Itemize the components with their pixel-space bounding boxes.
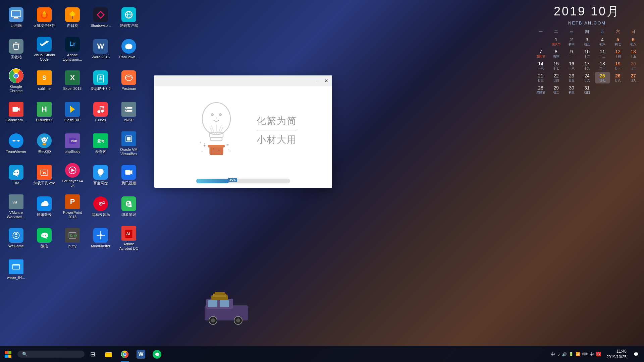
desktop-icon-xiangri[interactable]: 向日葵	[59, 3, 86, 33]
desktop-icon-teamviewer[interactable]: TeamViewer	[3, 129, 30, 159]
cal-day-14[interactable]: 14十六	[533, 60, 548, 71]
desktop-icon-tencent-video[interactable]: 腾讯视频	[115, 160, 142, 190]
desktop-icon-bandicam[interactable]: Bandicam...	[3, 97, 30, 127]
desktop-icon-oracle[interactable]: Oracle VM VirtualBox	[115, 129, 142, 159]
cal-day-13[interactable]: 13十五	[626, 48, 641, 59]
desktop-icon-tim[interactable]: TIM	[3, 160, 30, 190]
desktop-icon-postman[interactable]: Postman	[115, 66, 142, 96]
cal-day-18[interactable]: 18二十	[595, 60, 610, 71]
cal-day-26[interactable]: 26廿八	[610, 72, 625, 83]
cal-day-19[interactable]: 19廿一	[610, 60, 625, 71]
taskbar-taskview-button[interactable]: ⊟	[85, 346, 101, 362]
svg-point-81	[13, 232, 19, 239]
cal-day-22[interactable]: 22廿四	[549, 72, 564, 83]
desktop-icon-uninstall[interactable]: 卸载工具.exe	[31, 160, 58, 190]
svg-rect-130	[105, 352, 112, 357]
cal-day-5[interactable]: 5初七	[610, 36, 625, 47]
cal-day-31[interactable]: 31初四	[580, 84, 594, 96]
cal-day-11[interactable]: 11十三	[595, 48, 610, 59]
desktop-icon-shadow[interactable]: Shadowso...	[87, 3, 114, 33]
dialog-close-button[interactable]: ✕	[322, 76, 331, 85]
desktop-icon-vmware[interactable]: VM VMware Workstati...	[3, 192, 30, 222]
desktop-icon-flashfxp[interactable]: FlashFXP	[59, 97, 86, 127]
cal-day-29[interactable]: 29初二	[549, 84, 564, 96]
desktop-icon-qq[interactable]: 腾讯QQ	[31, 129, 58, 159]
desktop-icon-pc[interactable]: 此电脑	[3, 3, 30, 33]
desktop-icon-putty[interactable]: C:\> putty	[59, 223, 86, 253]
cal-day-28[interactable]: 28霜降节	[533, 84, 548, 96]
cal-day-7[interactable]: 7重阳节	[533, 48, 548, 59]
desktop-icon-word2013[interactable]: W Word 2013	[87, 34, 114, 64]
tray-language-icon[interactable]: 中	[590, 351, 594, 357]
dialog-minimize-button[interactable]: ─	[313, 76, 322, 85]
desktop-icon-recycle[interactable]: 回收站	[3, 34, 30, 64]
desktop-icon-excel2013[interactable]: X Excel 2013	[59, 66, 86, 96]
desktop-icon-lightroom[interactable]: Lr Adobe Lightroom...	[59, 34, 86, 64]
desktop-icon-huochong[interactable]: 火绒安全软件	[31, 3, 58, 33]
desktop-icon-potplayer[interactable]: PotPlayer 64 bit	[59, 160, 86, 190]
cal-day-9[interactable]: 9十一	[564, 48, 579, 59]
tray-sound-icon[interactable]: 🔊	[562, 352, 567, 357]
desktop-icon-sublime[interactable]: S sublime	[31, 66, 58, 96]
desktop-icon-wechat[interactable]: 微信	[31, 223, 58, 253]
cal-day-17[interactable]: 17十九	[580, 60, 594, 71]
desktop-icon-acrobat[interactable]: Ai Adobe Acrobat DC	[115, 223, 142, 253]
desktop-icon-evernote[interactable]: 印象笔记	[115, 192, 142, 222]
desktop-icon-baidu[interactable]: 百度网盘	[87, 160, 114, 190]
cal-day-6[interactable]: 6初八	[626, 36, 641, 47]
cal-day-15[interactable]: 15十七	[549, 60, 564, 71]
taskbar-start-button[interactable]	[0, 346, 16, 362]
cal-day-30[interactable]: 30初三	[564, 84, 579, 96]
desktop-icon-aisi[interactable]: 爱思助手7.0	[87, 66, 114, 96]
svg-marker-51	[13, 140, 14, 142]
desktop-icon-wepe[interactable]: wepe_64...	[3, 255, 30, 285]
desktop-icon-phpstudy[interactable]: PHP phpStudy	[59, 129, 86, 159]
taskbar-search-area[interactable]: 🔍	[17, 351, 85, 358]
cal-day-3[interactable]: 3初五	[580, 36, 594, 47]
taskbar-explorer-button[interactable]	[101, 346, 117, 362]
svg-rect-28	[15, 43, 17, 44]
cal-day-4[interactable]: 4初六	[595, 36, 610, 47]
calendar-year-month: 2019 10月	[533, 3, 641, 20]
cal-day-8[interactable]: 8霜降	[549, 48, 564, 59]
cal-day-23[interactable]: 23廿五	[564, 72, 579, 83]
desktop-icon-itunes[interactable]: iTunes	[87, 97, 114, 127]
taskbar-clock[interactable]: 11:48 2019/10/25	[604, 349, 629, 360]
taskbar-tray-icons[interactable]: 中 ♪ 🔊 🔋 📶 ⌨ 中 S	[549, 351, 602, 357]
desktop-icon-hbuilderx[interactable]: H HBuilderX	[31, 97, 58, 127]
cal-day-2[interactable]: 2初四	[564, 36, 579, 47]
desktop-icon-vscode[interactable]: Visual Studio Code	[31, 34, 58, 64]
cal-day-27[interactable]: 27廿九	[626, 72, 641, 83]
svg-point-34	[100, 76, 101, 77]
cal-day-10[interactable]: 10十二	[580, 48, 594, 59]
desktop-icon-ppt2013[interactable]: P PowerPoint 2013	[59, 192, 86, 222]
taskbar-wechat-button[interactable]	[149, 346, 165, 362]
cal-day-20[interactable]: 20廿二	[626, 60, 641, 71]
tray-ime-icon[interactable]: 中	[550, 351, 556, 357]
taskbar-word-button[interactable]: W	[133, 346, 149, 362]
desktop-icon-mindmaster[interactable]: MindMaster	[87, 223, 114, 253]
taskbar-chrome-button[interactable]	[117, 346, 133, 362]
taskbar-notification-button[interactable]: 💬	[631, 346, 641, 362]
desktop-icon-pandown[interactable]: PanDown...	[115, 34, 142, 64]
cal-day-25-today[interactable]: 25廿七	[595, 72, 610, 83]
tray-keyboard-icon[interactable]: ⌨	[582, 352, 588, 356]
desktop-icon-wegame[interactable]: WeGame	[3, 223, 30, 253]
tray-network-icon[interactable]: 📶	[576, 352, 580, 356]
tray-music-icon[interactable]: ♪	[558, 352, 560, 357]
cal-day-1[interactable]: 1国庆节	[549, 36, 564, 47]
cal-day-16[interactable]: 16十八	[564, 60, 579, 71]
cal-day-24[interactable]: 24廿六	[580, 72, 594, 83]
desktop-icon-tencent-cloud[interactable]: 腾讯微云	[31, 192, 58, 222]
cal-day-21[interactable]: 21廿三	[533, 72, 548, 83]
desktop-icon-ensp[interactable]: eNSP	[115, 97, 142, 127]
desktop-icon-netease-music[interactable]: 网易云音乐	[87, 192, 114, 222]
cal-day-12[interactable]: 12十四	[610, 48, 625, 59]
desktop-icon-yima[interactable]: 易码客户端	[115, 3, 142, 33]
tray-battery-icon[interactable]: 🔋	[569, 352, 574, 356]
tray-wps-icon[interactable]: S	[596, 352, 601, 356]
desktop-icon-chrome[interactable]: Google Chrome	[3, 66, 30, 96]
desktop-icon-iqiyi[interactable]: 爱奇艺 爱奇艺	[87, 129, 114, 159]
cal-day-empty3	[610, 84, 625, 96]
svg-point-116	[213, 148, 214, 149]
